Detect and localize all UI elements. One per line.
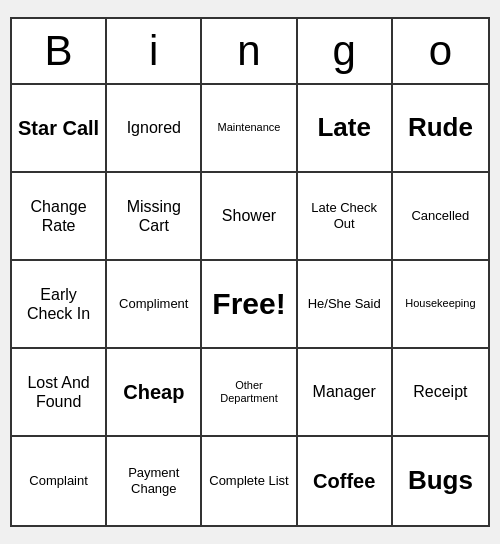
bingo-cell-text-22: Complete List bbox=[209, 473, 288, 489]
bingo-cell-9[interactable]: Cancelled bbox=[393, 173, 488, 261]
bingo-cell-text-5: Change Rate bbox=[16, 197, 101, 235]
bingo-cell-text-18: Manager bbox=[313, 382, 376, 401]
bingo-cell-24[interactable]: Bugs bbox=[393, 437, 488, 525]
header-letter-i: i bbox=[107, 19, 202, 83]
bingo-cell-text-8: Late Check Out bbox=[302, 200, 387, 231]
bingo-cell-6[interactable]: Missing Cart bbox=[107, 173, 202, 261]
bingo-cell-text-23: Coffee bbox=[313, 469, 375, 493]
bingo-cell-2[interactable]: Maintenance bbox=[202, 85, 297, 173]
bingo-cell-text-19: Receipt bbox=[413, 382, 467, 401]
bingo-cell-23[interactable]: Coffee bbox=[298, 437, 393, 525]
bingo-cell-text-4: Rude bbox=[408, 112, 473, 143]
bingo-cell-text-3: Late bbox=[317, 112, 370, 143]
bingo-grid: Star CallIgnoredMaintenanceLateRudeChang… bbox=[12, 85, 488, 525]
bingo-cell-text-14: Housekeeping bbox=[405, 297, 475, 310]
bingo-cell-8[interactable]: Late Check Out bbox=[298, 173, 393, 261]
bingo-cell-text-7: Shower bbox=[222, 206, 276, 225]
bingo-cell-text-21: Payment Change bbox=[111, 465, 196, 496]
bingo-cell-7[interactable]: Shower bbox=[202, 173, 297, 261]
bingo-cell-20[interactable]: Complaint bbox=[12, 437, 107, 525]
bingo-cell-0[interactable]: Star Call bbox=[12, 85, 107, 173]
bingo-cell-22[interactable]: Complete List bbox=[202, 437, 297, 525]
bingo-cell-21[interactable]: Payment Change bbox=[107, 437, 202, 525]
bingo-cell-10[interactable]: Early Check In bbox=[12, 261, 107, 349]
bingo-cell-text-12: Free! bbox=[212, 286, 285, 322]
bingo-cell-text-17: Other Department bbox=[206, 379, 291, 405]
bingo-cell-12[interactable]: Free! bbox=[202, 261, 297, 349]
bingo-cell-text-15: Lost And Found bbox=[16, 373, 101, 411]
bingo-cell-text-11: Compliment bbox=[119, 296, 188, 312]
header-letter-o: o bbox=[393, 19, 488, 83]
bingo-cell-text-2: Maintenance bbox=[217, 121, 280, 134]
bingo-cell-text-10: Early Check In bbox=[16, 285, 101, 323]
bingo-cell-3[interactable]: Late bbox=[298, 85, 393, 173]
bingo-cell-text-13: He/She Said bbox=[308, 296, 381, 312]
bingo-cell-14[interactable]: Housekeeping bbox=[393, 261, 488, 349]
header-letter-g: g bbox=[298, 19, 393, 83]
bingo-cell-text-9: Cancelled bbox=[411, 208, 469, 224]
bingo-cell-text-20: Complaint bbox=[29, 473, 88, 489]
bingo-cell-4[interactable]: Rude bbox=[393, 85, 488, 173]
bingo-cell-17[interactable]: Other Department bbox=[202, 349, 297, 437]
bingo-cell-1[interactable]: Ignored bbox=[107, 85, 202, 173]
bingo-cell-15[interactable]: Lost And Found bbox=[12, 349, 107, 437]
bingo-cell-text-24: Bugs bbox=[408, 465, 473, 496]
bingo-cell-text-16: Cheap bbox=[123, 380, 184, 404]
bingo-card: Bingo Star CallIgnoredMaintenanceLateRud… bbox=[10, 17, 490, 527]
bingo-cell-19[interactable]: Receipt bbox=[393, 349, 488, 437]
bingo-header: Bingo bbox=[12, 19, 488, 85]
header-letter-b: B bbox=[12, 19, 107, 83]
bingo-cell-13[interactable]: He/She Said bbox=[298, 261, 393, 349]
bingo-cell-18[interactable]: Manager bbox=[298, 349, 393, 437]
bingo-cell-5[interactable]: Change Rate bbox=[12, 173, 107, 261]
bingo-cell-text-6: Missing Cart bbox=[111, 197, 196, 235]
header-letter-n: n bbox=[202, 19, 297, 83]
bingo-cell-11[interactable]: Compliment bbox=[107, 261, 202, 349]
bingo-cell-16[interactable]: Cheap bbox=[107, 349, 202, 437]
bingo-cell-text-1: Ignored bbox=[127, 118, 181, 137]
bingo-cell-text-0: Star Call bbox=[18, 116, 99, 140]
